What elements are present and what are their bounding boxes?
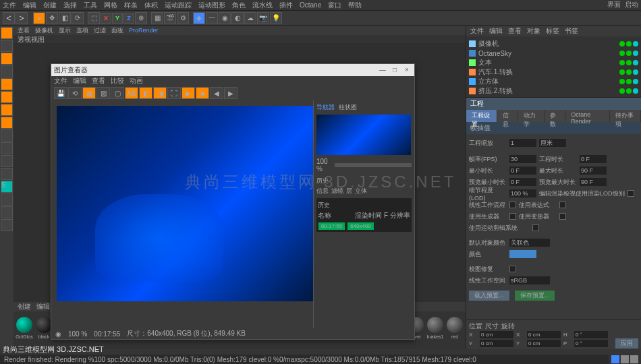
val-pmax[interactable]: 90 F (580, 178, 607, 186)
pv-channel-icon[interactable]: ◉ (55, 330, 61, 338)
vp-panel[interactable]: 面板 (111, 26, 123, 35)
save-preset-button[interactable]: 保存预置... (515, 291, 555, 301)
material-brakes1[interactable]: brakes1 (426, 317, 445, 344)
val-sx[interactable]: 0 cm (527, 331, 561, 338)
load-preset-button[interactable]: 载入预置... (469, 291, 509, 301)
pv-menu-compare[interactable]: 比较 (111, 76, 124, 86)
object-tree[interactable]: 摄像机OctaneSky文本汽车.1.转换立方体挤压.2.转换 (466, 36, 641, 97)
add-light-button[interactable]: 💡 (270, 12, 282, 24)
val-max[interactable]: 90 F (580, 166, 607, 175)
maximize-icon[interactable]: □ (390, 65, 399, 75)
pv-menu-file[interactable]: 文件 (54, 76, 67, 86)
material-OctGlos[interactable]: OctGlos (15, 317, 34, 344)
menu-file[interactable]: 文件 (3, 1, 16, 10)
tab-project[interactable]: 工程设置 (466, 110, 497, 122)
tree-item-立方体[interactable]: 立方体 (469, 77, 638, 86)
val-linspace[interactable]: sRGB (509, 276, 550, 284)
val-defcol[interactable]: 关联色 (509, 239, 550, 247)
move-button[interactable]: ✥ (46, 12, 58, 24)
pv-histogram-tab[interactable]: 柱状图 (339, 103, 357, 112)
menu-spline[interactable]: 样条 (124, 1, 138, 10)
tree-item-toggles[interactable] (619, 41, 638, 47)
pv-filter-button[interactable]: ◨ (153, 87, 167, 99)
vp-filter[interactable]: 过滤 (94, 26, 106, 35)
tree-item-toggles[interactable] (619, 51, 638, 56)
pv-ab-button[interactable]: AB (125, 87, 138, 99)
val-dur[interactable]: 0 F (580, 155, 607, 163)
layout-value[interactable]: 启动 (625, 0, 638, 9)
point-mode-button[interactable] (1, 91, 13, 103)
val-scale[interactable]: 1 (509, 139, 536, 147)
pv-stereo-tab[interactable]: 立体 (355, 187, 367, 195)
menu-create[interactable]: 创建 (43, 1, 57, 10)
undo-button[interactable] (3, 12, 15, 24)
pv-stop-button[interactable]: ■ (196, 87, 209, 99)
val-pmin[interactable]: 0 F (509, 178, 536, 186)
workplane-settings-button[interactable] (1, 193, 13, 206)
pv-compare-button[interactable]: ◧ (139, 87, 152, 99)
color-swatch[interactable] (509, 250, 536, 258)
pv-prev-button[interactable]: ◀ (210, 87, 223, 99)
last-tool-button[interactable]: ⬚ (88, 12, 100, 24)
x-axis-toggle[interactable]: X (101, 13, 111, 24)
tree-item-toggles[interactable] (619, 69, 638, 75)
locked-workplane-button[interactable] (1, 206, 13, 218)
pv-menu-edit[interactable]: 编辑 (73, 76, 86, 86)
menu-volume[interactable]: 体积 (144, 1, 158, 10)
val-fps[interactable]: 30 (509, 155, 536, 163)
tree-item-toggles[interactable] (619, 79, 638, 84)
pv-rgb-button[interactable]: ▦ (82, 87, 96, 99)
pv-zoom-slider[interactable] (335, 163, 412, 167)
om-view[interactable]: 查看 (508, 26, 522, 36)
object-mode-button[interactable] (1, 65, 13, 78)
chk-gen[interactable] (509, 213, 516, 220)
tab-dynamics[interactable]: 动力学 (518, 110, 545, 122)
pv-filter-tab[interactable]: 滤镜 (331, 187, 343, 195)
vp-display[interactable]: 显示 (59, 26, 71, 35)
chk-fix[interactable] (509, 266, 516, 272)
om-tags[interactable]: 标签 (546, 26, 559, 36)
add-environment-button[interactable]: ☁ (244, 12, 256, 24)
apply-button[interactable]: 应用 (615, 338, 638, 348)
snap-button[interactable] (1, 78, 13, 90)
chk-linear[interactable] (509, 202, 516, 208)
menu-edit[interactable]: 编辑 (23, 1, 36, 10)
tab-todo[interactable]: 待办事项 (610, 110, 641, 122)
menu-octane[interactable]: Octane (300, 1, 321, 9)
val-py[interactable]: 0 cm (480, 340, 513, 347)
chk-lod[interactable] (628, 190, 634, 197)
axis-mode-button[interactable] (1, 129, 13, 142)
redo-button[interactable] (16, 12, 28, 24)
vp-camera[interactable]: 摄像机 (35, 26, 53, 35)
planar-workplane-button[interactable] (1, 219, 13, 231)
vp-view[interactable]: 查看 (18, 26, 30, 35)
add-deformer-button[interactable]: ◐ (231, 12, 244, 24)
rotate-button[interactable]: ⟳ (72, 12, 84, 24)
pv-fullscreen-button[interactable]: ⛶ (167, 87, 181, 99)
material-red[interactable]: red (445, 317, 464, 344)
val-scale-unit[interactable]: 厘米 (539, 139, 566, 147)
tree-item-toggles[interactable] (619, 88, 638, 94)
val-lod[interactable]: 100 % (509, 189, 536, 198)
menu-window[interactable]: 窗口 (328, 1, 341, 10)
add-spline-button[interactable]: 〰 (206, 12, 218, 24)
tree-item-摄像机[interactable]: 摄像机 (469, 39, 638, 49)
om-bookmarks[interactable]: 书签 (565, 26, 578, 36)
val-p[interactable]: 0 ° (574, 340, 608, 347)
viewport[interactable]: 图片查看器 — □ × 文件 编辑 查看 比较 动画 💾 ⟲ ▦ ▨ ▢ AB … (13, 43, 466, 302)
tray-icon-2[interactable] (621, 355, 629, 363)
val-px[interactable]: 0 cm (480, 331, 513, 338)
model-mode-button[interactable] (1, 27, 13, 39)
om-objects[interactable]: 对象 (527, 26, 540, 36)
pv-next-button[interactable]: ▶ (224, 87, 238, 99)
tree-item-文本[interactable]: 文本 (469, 58, 638, 67)
menu-select[interactable]: 选择 (63, 1, 77, 10)
enable-axis-button[interactable] (1, 142, 13, 154)
tweak-mode-button[interactable] (1, 168, 13, 180)
add-generator-button[interactable]: ◉ (219, 12, 231, 24)
tree-item-挤压.2.转换[interactable]: 挤压.2.转换 (469, 86, 638, 96)
pv-thumbnail[interactable] (316, 115, 411, 155)
om-edit[interactable]: 编辑 (489, 26, 503, 36)
add-camera-button[interactable]: 📷 (257, 12, 269, 24)
pv-info-tab[interactable]: 信息 (316, 187, 329, 195)
